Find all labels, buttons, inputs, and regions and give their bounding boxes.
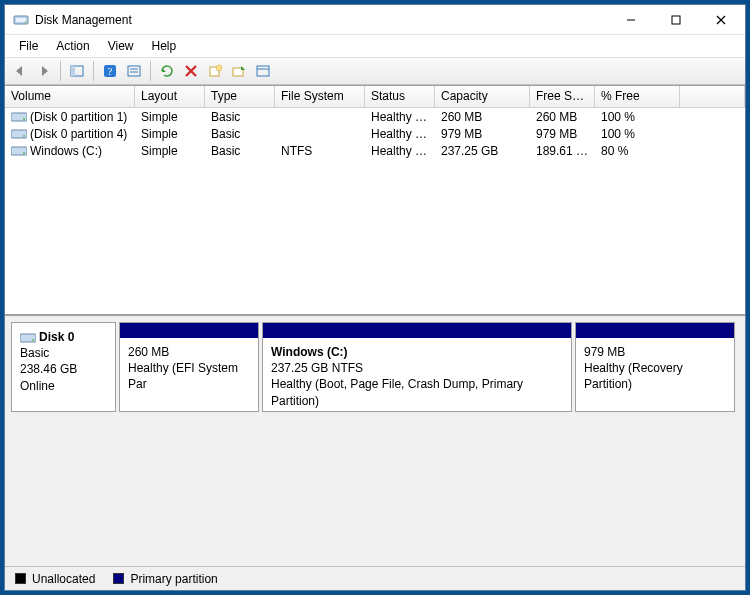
partition-title: Windows (C:): [271, 344, 563, 360]
svg-text:?: ?: [108, 66, 113, 77]
show-hide-icon[interactable]: [66, 60, 88, 82]
volume-name: (Disk 0 partition 1): [30, 110, 127, 124]
col-status[interactable]: Status: [365, 86, 435, 107]
svg-rect-1: [16, 18, 26, 22]
col-type[interactable]: Type: [205, 86, 275, 107]
window-title: Disk Management: [35, 13, 608, 27]
help-icon[interactable]: ?: [99, 60, 121, 82]
close-button[interactable]: [698, 6, 743, 34]
volume-type: Basic: [205, 143, 275, 159]
partition-color-bar: [120, 323, 258, 338]
menu-view[interactable]: View: [100, 37, 142, 55]
legend: Unallocated Primary partition: [5, 566, 745, 590]
back-button[interactable]: [9, 60, 31, 82]
menu-action[interactable]: Action: [48, 37, 97, 55]
volume-list[interactable]: Volume Layout Type File System Status Ca…: [5, 86, 745, 314]
properties-icon[interactable]: [252, 60, 274, 82]
volume-pct: 100 %: [595, 109, 680, 125]
disk-row: Disk 0 Basic 238.46 GB Online 260 MBHeal…: [5, 316, 745, 412]
volume-fs: NTFS: [275, 143, 365, 159]
volume-type: Basic: [205, 126, 275, 142]
volume-layout: Simple: [135, 143, 205, 159]
svg-rect-23: [11, 130, 27, 138]
partition[interactable]: Windows (C:)237.25 GB NTFSHealthy (Boot,…: [262, 322, 572, 412]
graphical-view: Disk 0 Basic 238.46 GB Online 260 MBHeal…: [5, 314, 745, 590]
partition-status: Healthy (Recovery Partition): [584, 360, 726, 392]
partition-status: Healthy (Boot, Page File, Crash Dump, Pr…: [271, 376, 563, 408]
column-headers: Volume Layout Type File System Status Ca…: [5, 86, 745, 108]
volume-free: 979 MB: [530, 126, 595, 142]
disk-name: Disk 0: [39, 330, 74, 344]
toolbar: ?: [5, 57, 745, 85]
svg-rect-11: [128, 66, 140, 76]
volume-layout: Simple: [135, 109, 205, 125]
col-capacity[interactable]: Capacity: [435, 86, 530, 107]
delete-icon[interactable]: [180, 60, 202, 82]
volume-free: 260 MB: [530, 109, 595, 125]
svg-rect-4: [672, 16, 680, 24]
volume-name: Windows (C:): [30, 144, 102, 158]
minimize-button[interactable]: [608, 6, 653, 34]
content-area: Volume Layout Type File System Status Ca…: [5, 85, 745, 590]
toolbar-sep: [150, 61, 151, 81]
volume-capacity: 979 MB: [435, 126, 530, 142]
menu-file[interactable]: File: [11, 37, 46, 55]
disk-size: 238.46 GB: [20, 362, 77, 376]
partition-size: 237.25 GB NTFS: [271, 360, 563, 376]
menubar: File Action View Help: [5, 35, 745, 57]
partition-status: Healthy (EFI System Par: [128, 360, 250, 392]
svg-point-28: [32, 339, 34, 341]
partition[interactable]: 260 MBHealthy (EFI System Par: [119, 322, 259, 412]
volume-fs: [275, 133, 365, 135]
svg-rect-25: [11, 147, 27, 155]
volume-row[interactable]: (Disk 0 partition 4)SimpleBasicHealthy (…: [5, 125, 745, 142]
primary-swatch: [113, 573, 124, 584]
volume-icon: [11, 145, 27, 157]
app-disk-icon: [13, 12, 29, 28]
partition[interactable]: 979 MBHealthy (Recovery Partition): [575, 322, 735, 412]
volume-pct: 100 %: [595, 126, 680, 142]
disk-label[interactable]: Disk 0 Basic 238.46 GB Online: [11, 322, 116, 412]
partition-color-bar: [263, 323, 571, 338]
volume-status: Healthy (R...: [365, 126, 435, 142]
disk-icon: [20, 332, 36, 344]
volume-fs: [275, 116, 365, 118]
legend-primary: Primary partition: [130, 572, 217, 586]
forward-button[interactable]: [33, 60, 55, 82]
svg-point-24: [23, 135, 25, 137]
svg-point-2: [25, 21, 27, 23]
volume-row[interactable]: (Disk 0 partition 1)SimpleBasicHealthy (…: [5, 108, 745, 125]
volume-capacity: 237.25 GB: [435, 143, 530, 159]
volume-type: Basic: [205, 109, 275, 125]
refresh-icon[interactable]: [156, 60, 178, 82]
svg-point-26: [23, 152, 25, 154]
volume-pct: 80 %: [595, 143, 680, 159]
volume-layout: Simple: [135, 126, 205, 142]
col-volume[interactable]: Volume: [5, 86, 135, 107]
svg-rect-21: [11, 113, 27, 121]
titlebar[interactable]: Disk Management: [5, 5, 745, 35]
volume-status: Healthy (E...: [365, 109, 435, 125]
toolbar-sep: [60, 61, 61, 81]
legend-unallocated: Unallocated: [32, 572, 95, 586]
partition-size: 260 MB: [128, 344, 250, 360]
col-free[interactable]: Free Sp...: [530, 86, 595, 107]
volume-icon: [11, 111, 27, 123]
menu-help[interactable]: Help: [144, 37, 185, 55]
svg-point-22: [23, 118, 25, 120]
settings-list-icon[interactable]: [123, 60, 145, 82]
col-layout[interactable]: Layout: [135, 86, 205, 107]
extend-icon[interactable]: [228, 60, 250, 82]
col-fs[interactable]: File System: [275, 86, 365, 107]
maximize-button[interactable]: [653, 6, 698, 34]
col-pct[interactable]: % Free: [595, 86, 680, 107]
new-partition-icon[interactable]: [204, 60, 226, 82]
toolbar-sep: [93, 61, 94, 81]
svg-rect-8: [71, 66, 75, 76]
disk-state: Online: [20, 379, 55, 393]
partition-color-bar: [576, 323, 734, 338]
volume-row[interactable]: Windows (C:)SimpleBasicNTFSHealthy (B...…: [5, 142, 745, 159]
volume-capacity: 260 MB: [435, 109, 530, 125]
volume-icon: [11, 128, 27, 140]
app-window: Disk Management File Action View Help: [4, 4, 746, 591]
